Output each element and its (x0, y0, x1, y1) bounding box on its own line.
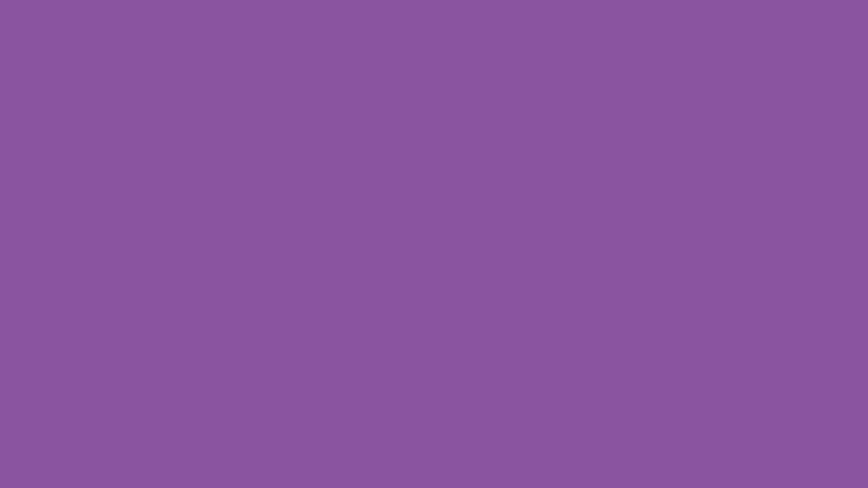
layers-icon (429, 363, 439, 373)
app-card[interactable]: LP Letter Paint Paint happy letters. GET (374, 328, 494, 357)
iap-label: In-App Purchases (467, 319, 490, 322)
discover-item[interactable]: video calls (374, 180, 494, 197)
account-avatar[interactable] (480, 125, 494, 139)
discover-item[interactable]: slideshow maker (374, 232, 494, 249)
search-input[interactable] (387, 147, 481, 154)
svg-rect-6 (490, 112, 491, 114)
app-subtitle: Grab eggs. Get points. (403, 315, 460, 321)
tab-label: Arcade (455, 374, 466, 378)
app-name: Garden (403, 276, 460, 283)
get-button[interactable]: GET (465, 307, 491, 318)
search-icon (378, 147, 385, 154)
battery-icon (481, 110, 491, 115)
cellular-icon (463, 111, 470, 115)
app-icon-letter-paint: LP (377, 332, 398, 353)
page-title: Search (374, 125, 419, 140)
app-card[interactable]: Garden Shop our exclusive plants. Ad GET (374, 272, 494, 300)
mic-icon[interactable] (484, 147, 490, 154)
app-subtitle: Shop our exclusive plants. (403, 283, 460, 289)
search-field[interactable] (374, 144, 494, 157)
svg-rect-5 (481, 111, 489, 115)
app-icon-garden (377, 276, 398, 296)
svg-line-16 (488, 369, 491, 371)
tab-search[interactable]: Search (474, 363, 500, 378)
status-indicators (463, 110, 491, 115)
wifi-icon (472, 110, 479, 115)
rocket-icon (402, 363, 412, 373)
svg-rect-1 (465, 113, 466, 115)
suggested-list: Garden Shop our exclusive plants. Ad GET… (374, 272, 494, 357)
svg-rect-2 (467, 112, 468, 115)
discover-item[interactable]: brain games (374, 197, 494, 215)
app-name: Egg Collector (403, 308, 460, 315)
svg-rect-10 (379, 366, 383, 366)
tab-today[interactable]: Today (368, 363, 394, 378)
svg-point-8 (386, 310, 389, 315)
app-card[interactable]: Egg Collector Grab eggs. Get points. GET… (374, 300, 494, 328)
search-icon (482, 363, 492, 373)
app-icon-egg-collector (377, 304, 398, 325)
app-subtitle: Paint happy letters. (403, 343, 460, 349)
tab-label: Apps (430, 374, 438, 378)
svg-rect-0 (463, 114, 464, 115)
tab-label: Games (401, 374, 413, 378)
discover-heading: Discover (374, 169, 494, 178)
ad-badge: Ad (403, 291, 413, 296)
discover-list: video calls brain games interval trainin… (374, 180, 494, 249)
page-content: Search Discover video calls brain games … (368, 120, 500, 360)
phone-frame: 9:41 Search Discover video calls brain g… (364, 99, 504, 389)
app-name: Letter Paint (403, 336, 460, 343)
tab-label: Search (481, 374, 493, 378)
phone-screen: 9:41 Search Discover video calls brain g… (368, 103, 500, 385)
svg-point-15 (484, 365, 489, 370)
get-button[interactable]: GET (465, 281, 491, 291)
get-button[interactable]: GET (465, 337, 491, 348)
tab-arcade[interactable]: Arcade (447, 363, 474, 378)
notch (405, 103, 463, 115)
tab-label: Today (376, 374, 386, 378)
status-time: 9:41 (377, 109, 389, 116)
home-indicator[interactable] (411, 381, 457, 383)
svg-rect-3 (468, 111, 470, 115)
tab-apps[interactable]: Apps (421, 363, 448, 378)
suggested-heading: Suggested (374, 261, 494, 270)
arcade-icon (456, 363, 466, 373)
svg-rect-11 (379, 367, 382, 368)
svg-rect-14 (460, 367, 461, 370)
today-icon (376, 363, 386, 373)
tab-games[interactable]: Games (394, 363, 421, 378)
discover-item[interactable]: interval training (374, 215, 494, 232)
